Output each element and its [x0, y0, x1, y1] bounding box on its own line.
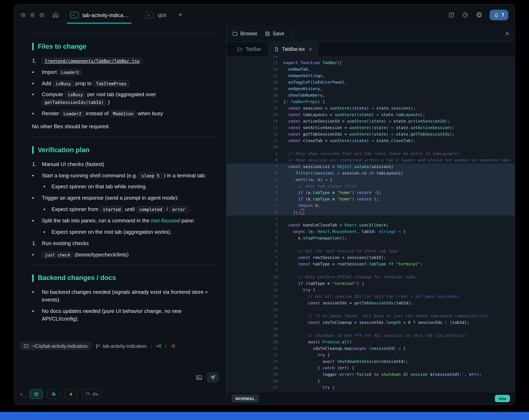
code-line[interactable]: 18 showTabNumbers,	[226, 92, 515, 99]
editor-tab-file[interactable]: TabBar.tsx ×	[267, 42, 318, 56]
browse-button[interactable]: Browse	[232, 31, 257, 37]
code-line[interactable]: 17 const idsToCleanup = sessionIds.lengt…	[226, 319, 515, 326]
app-tab-qbit[interactable]: >_ qbit	[140, 4, 172, 25]
fold-chevron-icon[interactable]: ⌄	[265, 345, 269, 352]
code-line[interactable]: 7 const sessionList = Object.values(sess…	[226, 164, 515, 170]
save-button[interactable]: Save	[264, 31, 284, 37]
list-marker: •	[32, 80, 42, 88]
file-link[interactable]: frontend/components/TabBar/TabBar.tsx	[42, 58, 143, 64]
code-line[interactable]: 15	[226, 306, 515, 313]
editor-toolbar: Browse Save ×	[226, 25, 515, 42]
code-line[interactable]: ⌄17}: TabBarProps) {	[226, 99, 515, 105]
prompt-input[interactable]	[18, 353, 222, 386]
code-line[interactable]: 11 const closeTab = useStore((state) ⇒ s…	[226, 138, 515, 144]
code-line[interactable]: ⌄22 try {	[226, 352, 515, 358]
code-line[interactable]: 4 e.stopPropagation();	[226, 235, 515, 242]
code-line[interactable]: 12 const getTabSessionIds = useStore((st…	[226, 131, 515, 138]
settings-button[interactable]: ⚙	[476, 11, 482, 19]
code-line[interactable]: 26 }	[226, 378, 515, 384]
window-zoom-button[interactable]	[40, 13, 44, 17]
code-line[interactable]: 7 const rootSession = sessions[tabId];	[226, 255, 515, 261]
vim-badge[interactable]: Vim	[495, 395, 510, 402]
code-line[interactable]: 14 const sessionIds = getTabSessionIds(t…	[226, 300, 515, 306]
heading-text: Backend changes / docs	[38, 273, 116, 283]
code-line[interactable]: 8 const tabType = rootSession?.tabType ?…	[226, 261, 515, 267]
diff-deletions: -0	[171, 344, 175, 348]
list-marker: •	[32, 172, 42, 179]
code-line[interactable]: ⌄5 .sort((a, b) ⇒ {	[226, 177, 515, 183]
code-line[interactable]: 19 onOpenHistory,	[226, 86, 515, 92]
code-line[interactable]: ⌄11 if (tabType ≡ "terminal") {	[226, 280, 515, 287]
fold-chevron-icon[interactable]: ⌄	[265, 177, 269, 183]
code-line[interactable]: 10	[226, 144, 515, 151]
code-line[interactable]: 9	[226, 267, 515, 274]
fold-chevron-icon[interactable]: ⌄	[265, 384, 269, 391]
notifications-button[interactable]: 7	[490, 10, 508, 20]
code-line[interactable]: 3 if (a.tabType ≡ "home") return -1;	[226, 190, 515, 196]
code-line[interactable]: 14 const activeSessionId = useStore((sta…	[226, 118, 515, 125]
auto-approve-button[interactable]	[65, 389, 78, 399]
code-line[interactable]: 13 const setActiveSession = useStore((st…	[226, 125, 515, 131]
fold-chevron-icon[interactable]: ⌄	[265, 352, 269, 358]
context-usage-button[interactable]: 3%	[82, 389, 102, 399]
workspace-path-chip[interactable]: ~/C/q/tab-activity-indicators	[20, 342, 91, 350]
terminal-mode-button[interactable]: >_	[20, 391, 25, 397]
code-line[interactable]: 16 // If no panes found, fall back to ju…	[226, 313, 515, 319]
code-line[interactable]: 4 // Home tab always first	[226, 183, 515, 190]
code-line[interactable]: 21 onOpenSettings,	[226, 73, 515, 79]
code-line[interactable]: 6 // Get the root session to check tab t…	[226, 248, 515, 255]
code-area[interactable]: 2423export function TabBar({22 onNewTab,…	[226, 56, 515, 392]
code-line[interactable]: 25 logger.error(`Failed to shutdown AI s…	[226, 371, 515, 378]
fold-chevron-icon[interactable]: ⌄	[265, 287, 269, 293]
code-line[interactable]: 13 // Get all session IDs for this tab (…	[226, 293, 515, 300]
code-line[interactable]: ⌄24 } catch (err) {	[226, 365, 515, 371]
code-line[interactable]: 20 await Promise.all(	[226, 339, 515, 345]
heading-accent-bar	[32, 43, 34, 51]
code-line[interactable]: 2 if (b.tabType ≡ "home") return 1;	[226, 196, 515, 203]
list-marker: •	[43, 183, 52, 191]
editor-tab-folder[interactable]: TabBar	[231, 42, 267, 56]
code-line[interactable]: 18	[226, 326, 515, 332]
home-button[interactable]	[52, 12, 59, 18]
code-line[interactable]: 2 const handleCloseTab = React.useCallba…	[226, 222, 515, 229]
code-line[interactable]: 6 .filter((session) ⇒ session.id in tabL…	[226, 170, 515, 177]
file-editor-toggle-button[interactable]	[448, 12, 455, 18]
code-line[interactable]: ⌄21 idsToCleanup.map(async (sessionId) ⇒…	[226, 345, 515, 352]
code-line[interactable]: 19 // Shutdown AI and PTY for ALL sessio…	[226, 332, 515, 339]
code-line[interactable]: 10 // Only perform PTY/AI cleanup for te…	[226, 274, 515, 280]
code-line[interactable]: 1	[226, 216, 515, 222]
code-line[interactable]: ⌄27 try {	[226, 384, 515, 391]
agent-mode-button[interactable]	[47, 389, 60, 399]
code-line[interactable]: 0 });	[226, 209, 515, 216]
fold-chevron-icon[interactable]: ⌄	[265, 229, 269, 235]
fold-chevron-icon[interactable]: ⌄	[265, 365, 269, 371]
send-button[interactable]	[207, 372, 219, 383]
new-tab-button[interactable]: +	[178, 11, 183, 19]
close-editor-panel-button[interactable]: ×	[505, 30, 509, 37]
fold-chevron-icon[interactable]: ⌄	[265, 99, 269, 105]
git-branch-chip[interactable]: tab-activity-indicators	[95, 344, 146, 348]
code-line[interactable]: 1 return 0;	[226, 203, 515, 209]
close-tab-icon[interactable]: ×	[309, 46, 312, 52]
code-line[interactable]: 22 onNewTab,	[226, 66, 515, 73]
code-line[interactable]: 15 const tabLayouts = useStore((state) ⇒…	[226, 112, 515, 118]
code-line[interactable]: ⌄3 async (e: React.MouseEvent, tabId: st…	[226, 229, 515, 235]
attach-image-button[interactable]	[196, 374, 203, 381]
history-button[interactable]	[462, 12, 468, 18]
code-line[interactable]: 5	[226, 242, 515, 248]
window-minimize-button[interactable]	[30, 13, 35, 17]
text: (biome/typecheck/lints)	[73, 251, 129, 257]
sandbox-toggle-button[interactable]	[30, 389, 43, 399]
code-line[interactable]: 8 // Pane sessions are contained within …	[226, 157, 515, 164]
app-tab-tab-activity-indicators[interactable]: >_ tab-activity-indica…	[65, 4, 134, 25]
code-line[interactable]: 9 // Only show sessions that are tab roo…	[226, 151, 515, 157]
gutter: 12	[226, 131, 283, 138]
window-close-button[interactable]	[21, 13, 26, 17]
code-line[interactable]: ⌄12 try {	[226, 287, 515, 293]
code-line[interactable]: 23 await shutdownAiSession(sessionId);	[226, 358, 515, 365]
code-line[interactable]: 16 const sessions = useStore((state) ⇒ s…	[226, 105, 515, 112]
fold-chevron-icon[interactable]: ⌄	[265, 280, 269, 287]
code-line[interactable]: 24	[226, 56, 515, 60]
code-line[interactable]: 20 onToggleFileEditorPanel,	[226, 79, 515, 86]
code-line[interactable]: 23export function TabBar({	[226, 60, 515, 66]
